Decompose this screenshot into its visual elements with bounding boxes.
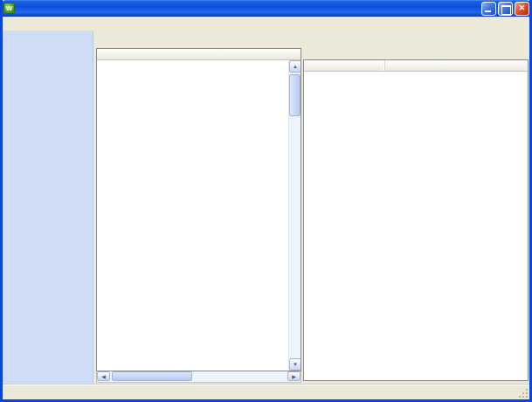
info-pane-title <box>303 48 529 59</box>
value-column-header[interactable] <box>385 60 528 71</box>
vertical-scrollbar[interactable]: ▲ ▼ <box>288 60 301 371</box>
connections-grid: ▲ ▼ <box>96 48 301 371</box>
horizontal-scroll-thumb[interactable] <box>112 371 192 381</box>
horizontal-scrollbar[interactable]: ◀ ▶ <box>96 371 301 383</box>
scroll-right-button[interactable]: ▶ <box>287 371 301 381</box>
tree-header <box>304 60 528 72</box>
scroll-left-button[interactable]: ◀ <box>97 371 110 381</box>
table-header <box>97 49 301 60</box>
statusbar <box>3 385 529 399</box>
scroll-down-button[interactable]: ▼ <box>289 358 301 371</box>
resize-grip[interactable] <box>518 388 529 399</box>
scroll-up-button[interactable]: ▲ <box>289 60 301 73</box>
sidebar <box>3 31 93 385</box>
property-tree <box>303 59 529 381</box>
connections-table-pane: ▲ ▼ ◀ ▶ <box>96 48 301 385</box>
vertical-scroll-thumb[interactable] <box>289 74 301 116</box>
main-area: ▲ ▼ ◀ ▶ <box>93 31 529 385</box>
content: ▲ ▼ ◀ ▶ <box>3 31 529 385</box>
titlebar[interactable]: W <box>0 0 532 17</box>
app-window: W ▲ ▼ <box>0 0 532 402</box>
app-icon: W <box>3 3 15 14</box>
panes: ▲ ▼ ◀ ▶ <box>93 48 529 385</box>
info-pane <box>303 48 529 385</box>
minimize-button[interactable] <box>481 2 496 16</box>
close-button[interactable] <box>515 2 529 16</box>
property-column-header[interactable] <box>304 60 385 71</box>
maximize-button[interactable] <box>498 2 513 16</box>
menubar <box>3 17 529 31</box>
table-body <box>97 60 288 371</box>
tabstrip <box>93 31 529 48</box>
